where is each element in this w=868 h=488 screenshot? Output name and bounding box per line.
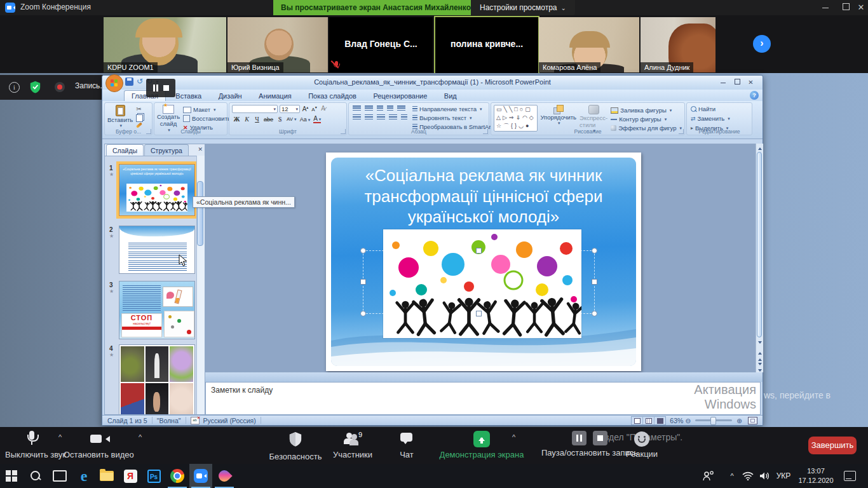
participant-tile[interactable]: KDPU ZOOM1	[104, 17, 226, 72]
view-settings-button[interactable]: Настройки просмотра⌄	[471, 0, 575, 15]
panel-tab-slides[interactable]: Слайды	[106, 144, 144, 156]
fit-slide-button[interactable]	[748, 417, 757, 424]
layout-button[interactable]: Макет	[183, 105, 231, 114]
increase-indent-button[interactable]	[387, 105, 393, 111]
tab-review[interactable]: Рецензирование	[366, 90, 434, 102]
format-painter-button[interactable]	[136, 122, 142, 128]
font-color-button[interactable]: А	[313, 115, 321, 123]
shrink-font-button[interactable]: A▾	[311, 105, 318, 113]
shield-check-icon[interactable]	[29, 81, 41, 93]
underline-button[interactable]: Ч	[254, 116, 261, 123]
tab-view[interactable]: Вид	[437, 90, 464, 102]
tab-design[interactable]: Дизайн	[212, 90, 249, 102]
columns-button[interactable]	[401, 114, 407, 120]
slideshow-button[interactable]	[654, 417, 665, 424]
thumbnails-scrollbar-thumb[interactable]	[197, 181, 203, 246]
tab-animation[interactable]: Анимация	[252, 90, 299, 102]
security-button[interactable]: Безопасность	[267, 431, 324, 461]
office-button[interactable]	[105, 74, 123, 92]
chrome-taskbar-button[interactable]	[166, 464, 189, 488]
pause-recording-icon[interactable]	[153, 85, 158, 92]
font-size-combo[interactable]: 12	[280, 105, 300, 113]
yandex-taskbar-button[interactable]: Я	[119, 464, 142, 488]
spellcheck-icon[interactable]: ab	[191, 417, 200, 424]
pause-record-icon[interactable]	[572, 431, 587, 445]
help-button[interactable]: ?	[750, 91, 759, 100]
slide-canvas[interactable]: «Соціальна реклама як чинник трансформац…	[326, 152, 641, 371]
panel-tab-outline[interactable]: Структура	[144, 144, 189, 156]
font-name-combo[interactable]	[232, 105, 278, 113]
volume-tray-button[interactable]	[756, 464, 774, 488]
numbering-button[interactable]	[365, 105, 373, 111]
slide-thumbnail-4[interactable]: 4 ★	[119, 344, 195, 415]
tab-slideshow[interactable]: Показ слайдов	[301, 90, 363, 102]
find-button[interactable]: Найти	[691, 105, 748, 113]
zoom-slider[interactable]	[695, 419, 732, 421]
line-spacing-button[interactable]	[397, 105, 405, 111]
edge-taskbar-button[interactable]: e	[72, 464, 95, 488]
zoom-taskbar-button[interactable]	[189, 464, 212, 488]
notification-center-button[interactable]	[840, 464, 859, 488]
clear-formatting-button[interactable]: A̷	[320, 105, 327, 113]
participant-tile[interactable]: Алина Дудник	[641, 17, 715, 72]
search-button[interactable]	[24, 464, 47, 488]
shadow-button[interactable]: S	[276, 116, 283, 123]
stop-recording-icon[interactable]	[163, 85, 169, 91]
character-spacing-button[interactable]: AV	[287, 116, 297, 122]
grow-font-button[interactable]: A▴	[302, 105, 309, 113]
minimize-button[interactable]	[818, 3, 832, 13]
clipboard-dialog-launcher[interactable]	[146, 129, 151, 134]
ppt-minimize-button[interactable]	[716, 78, 729, 87]
photoshop-taskbar-button[interactable]: Ps	[142, 464, 165, 488]
decrease-indent-button[interactable]	[377, 105, 383, 111]
reactions-button[interactable]: Реакции	[623, 431, 661, 459]
bullets-button[interactable]	[353, 105, 361, 111]
stop-record-icon[interactable]	[593, 431, 607, 445]
mute-button[interactable]: Выключить звук	[5, 431, 58, 459]
normal-view-button[interactable]	[632, 417, 643, 424]
align-right-button[interactable]	[377, 114, 385, 120]
shapes-gallery[interactable]: ▭╲╲□○▢△▷⇒⇓◠◇☆⌒{}◡●	[494, 105, 538, 132]
thumbnails-scrollbar[interactable]	[196, 156, 205, 414]
change-case-button[interactable]: Aa	[300, 116, 311, 123]
scroll-up-button[interactable]	[756, 144, 763, 151]
share-screen-button[interactable]: Демонстрация экрана	[431, 431, 532, 459]
paste-button[interactable]: Вставить	[107, 105, 133, 128]
drawing-dialog-launcher[interactable]	[679, 129, 684, 134]
participant-tile-active-speaker[interactable]: полина кривче...	[434, 16, 539, 75]
scroll-down-button[interactable]	[756, 339, 763, 347]
shape-outline-button[interactable]: Контур фигуры	[611, 115, 682, 123]
previous-slide-button[interactable]	[756, 348, 763, 360]
text-direction-button[interactable]: Направление текста	[412, 105, 498, 113]
slide-image-dancers[interactable]	[383, 229, 581, 338]
language-indicator[interactable]: УКР	[773, 464, 794, 488]
shape-fill-button[interactable]: Заливка фигуры	[611, 106, 682, 114]
chat-button[interactable]: Чат	[391, 431, 423, 459]
participant-tile[interactable]: Комарова Алёна	[539, 17, 639, 72]
zoom-in-button[interactable]: ⊕	[736, 417, 742, 424]
cut-button[interactable]: ✂	[136, 106, 143, 112]
tray-overflow-chevron[interactable]: ^	[724, 464, 740, 488]
reset-button[interactable]: Восстановить	[183, 114, 231, 123]
participant-tile[interactable]: Влад Гонець С...	[329, 17, 433, 72]
zoom-slider-thumb[interactable]	[710, 417, 716, 425]
slide-title[interactable]: «Соціальна реклама як чинник трансформац…	[344, 165, 623, 227]
close-button[interactable]: ✕	[854, 3, 868, 13]
participants-button[interactable]: 9 Участники	[327, 431, 378, 459]
align-text-button[interactable]: Выровнять текст	[412, 114, 498, 122]
ppt-close-button[interactable]: ✕	[744, 78, 757, 87]
stop-video-button[interactable]: Остановить видео	[64, 431, 133, 459]
copy-button[interactable]	[136, 114, 143, 122]
video-options-chevron[interactable]: ^	[139, 433, 142, 441]
slide-thumbnail-3[interactable]: 3 ★ СТОП насильству!	[119, 281, 195, 339]
slide-sorter-button[interactable]	[643, 417, 654, 424]
replace-button[interactable]: ⇄Заменить	[691, 114, 748, 123]
wifi-tray-button[interactable]	[740, 464, 756, 488]
justify-button[interactable]	[389, 114, 397, 120]
start-button[interactable]	[0, 464, 23, 488]
next-slide-button[interactable]	[756, 361, 763, 372]
info-icon[interactable]: i	[9, 82, 20, 93]
participant-tile[interactable]: Юрий Визница	[227, 17, 328, 72]
bold-button[interactable]: Ж	[233, 116, 240, 123]
zoom-out-button[interactable]: ⊖	[685, 417, 691, 424]
